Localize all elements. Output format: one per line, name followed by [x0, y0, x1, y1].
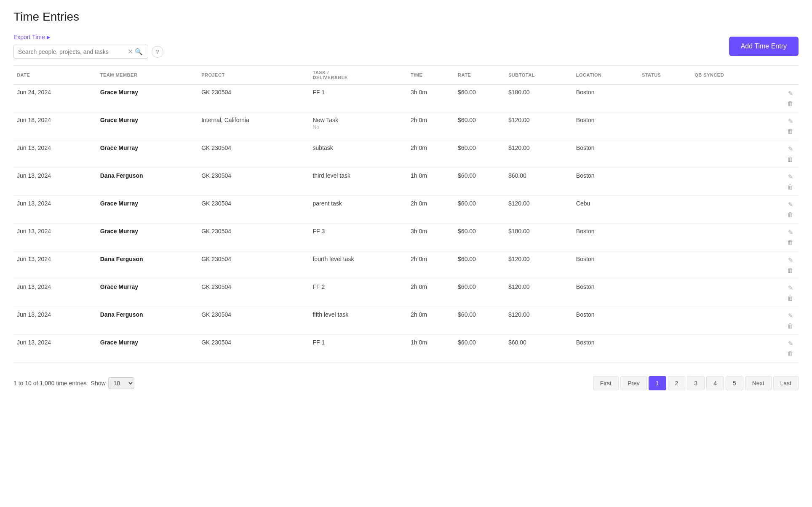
per-page-select[interactable]: 102550100: [108, 377, 134, 389]
last-page-button[interactable]: Last: [773, 376, 799, 390]
cell-actions: ✎ 🗑: [765, 224, 799, 251]
cell-task: FF 2: [309, 279, 407, 307]
delete-button[interactable]: 🗑: [785, 182, 795, 191]
cell-date: Jun 13, 2024: [13, 140, 97, 168]
cell-subtotal: $180.00: [505, 85, 573, 112]
page-number-button[interactable]: 5: [726, 376, 743, 390]
page-number-button[interactable]: 4: [706, 376, 724, 390]
edit-button[interactable]: ✎: [786, 172, 795, 181]
cell-subtotal: $120.00: [505, 307, 573, 335]
cell-qb-synced: [691, 140, 765, 168]
delete-button[interactable]: 🗑: [785, 349, 795, 358]
cell-qb-synced: [691, 112, 765, 140]
table-row: Jun 13, 2024 Grace Murray GK 230504 FF 3…: [13, 224, 799, 251]
cell-date: Jun 13, 2024: [13, 224, 97, 251]
delete-button[interactable]: 🗑: [785, 127, 795, 136]
page-number-button[interactable]: 2: [668, 376, 686, 390]
edit-button[interactable]: ✎: [786, 228, 795, 237]
cell-rate: $60.00: [454, 224, 505, 251]
cell-rate: $60.00: [454, 335, 505, 363]
cell-time: 1h 0m: [407, 335, 454, 363]
first-page-button[interactable]: First: [593, 376, 619, 390]
cell-subtotal: $60.00: [505, 168, 573, 196]
cell-member: Dana Ferguson: [97, 307, 198, 335]
delete-button[interactable]: 🗑: [785, 155, 795, 163]
table-header: DATE TEAM MEMBER PROJECT TASK /DELIVERAB…: [13, 66, 799, 85]
cell-task: New Task No: [309, 112, 407, 140]
edit-button[interactable]: ✎: [786, 283, 795, 293]
cell-location: Boston: [573, 140, 638, 168]
cell-project: GK 230504: [198, 168, 309, 196]
table-row: Jun 18, 2024 Grace Murray Internal, Cali…: [13, 112, 799, 140]
page-number-button[interactable]: 3: [687, 376, 705, 390]
search-input[interactable]: [18, 48, 127, 55]
search-row: ✕ 🔍 ?: [13, 45, 163, 59]
cell-project: GK 230504: [198, 140, 309, 168]
export-time-link[interactable]: Export Time ▶: [13, 34, 163, 40]
table-row: Jun 13, 2024 Grace Murray GK 230504 FF 1…: [13, 335, 799, 363]
delete-button[interactable]: 🗑: [785, 321, 795, 330]
cell-subtotal: $60.00: [505, 335, 573, 363]
add-time-entry-button[interactable]: Add Time Entry: [729, 37, 799, 56]
delete-button[interactable]: 🗑: [785, 294, 795, 302]
table-row: Jun 13, 2024 Dana Ferguson GK 230504 thi…: [13, 168, 799, 196]
cell-date: Jun 13, 2024: [13, 168, 97, 196]
cell-date: Jun 13, 2024: [13, 196, 97, 224]
cell-actions: ✎ 🗑: [765, 335, 799, 363]
cell-subtotal: $120.00: [505, 251, 573, 279]
next-page-button[interactable]: Next: [745, 376, 772, 390]
cell-actions: ✎ 🗑: [765, 112, 799, 140]
export-arrow-icon: ▶: [47, 35, 50, 40]
cell-actions: ✎ 🗑: [765, 168, 799, 196]
cell-project: GK 230504: [198, 307, 309, 335]
edit-button[interactable]: ✎: [786, 117, 795, 126]
cell-date: Jun 13, 2024: [13, 307, 97, 335]
cell-qb-synced: [691, 168, 765, 196]
edit-button[interactable]: ✎: [786, 89, 795, 98]
cell-subtotal: $180.00: [505, 224, 573, 251]
cell-member: Grace Murray: [97, 85, 198, 112]
clear-search-button[interactable]: ✕: [127, 48, 134, 56]
export-time-label: Export Time: [13, 34, 45, 40]
cell-time: 3h 0m: [407, 224, 454, 251]
cell-project: GK 230504: [198, 251, 309, 279]
page-title: Time Entries: [13, 10, 799, 24]
help-button[interactable]: ?: [152, 46, 163, 58]
cell-status: [638, 224, 691, 251]
edit-button[interactable]: ✎: [786, 311, 795, 320]
page-number-button[interactable]: 1: [649, 376, 666, 390]
edit-button[interactable]: ✎: [786, 200, 795, 209]
edit-button[interactable]: ✎: [786, 339, 795, 348]
cell-location: Boston: [573, 168, 638, 196]
cell-project: GK 230504: [198, 224, 309, 251]
col-subtotal: SUBTOTAL: [505, 66, 573, 85]
cell-member: Grace Murray: [97, 112, 198, 140]
cell-member: Grace Murray: [97, 140, 198, 168]
toolbar-left: Export Time ▶ ✕ 🔍 ?: [13, 34, 163, 59]
toolbar: Export Time ▶ ✕ 🔍 ? Add Time Entry: [13, 34, 799, 59]
edit-button[interactable]: ✎: [786, 256, 795, 265]
delete-button[interactable]: 🗑: [785, 238, 795, 247]
col-rate: RATE: [454, 66, 505, 85]
edit-button[interactable]: ✎: [786, 144, 795, 154]
pagination-info: 1 to 10 of 1,080 time entries Show 10255…: [13, 377, 134, 389]
cell-date: Jun 13, 2024: [13, 335, 97, 363]
cell-rate: $60.00: [454, 279, 505, 307]
cell-actions: ✎ 🗑: [765, 251, 799, 279]
cell-actions: ✎ 🗑: [765, 307, 799, 335]
delete-button[interactable]: 🗑: [785, 210, 795, 219]
show-label: Show: [91, 380, 106, 387]
prev-page-button[interactable]: Prev: [620, 376, 647, 390]
delete-button[interactable]: 🗑: [785, 266, 795, 275]
cell-project: GK 230504: [198, 279, 309, 307]
cell-qb-synced: [691, 279, 765, 307]
cell-status: [638, 251, 691, 279]
search-button[interactable]: 🔍: [134, 48, 144, 56]
col-date: DATE: [13, 66, 97, 85]
cell-project: GK 230504: [198, 85, 309, 112]
cell-location: Boston: [573, 279, 638, 307]
cell-time: 3h 0m: [407, 85, 454, 112]
delete-button[interactable]: 🗑: [785, 99, 795, 108]
table-body: Jun 24, 2024 Grace Murray GK 230504 FF 1…: [13, 85, 799, 363]
show-select: Show 102550100: [91, 377, 134, 389]
